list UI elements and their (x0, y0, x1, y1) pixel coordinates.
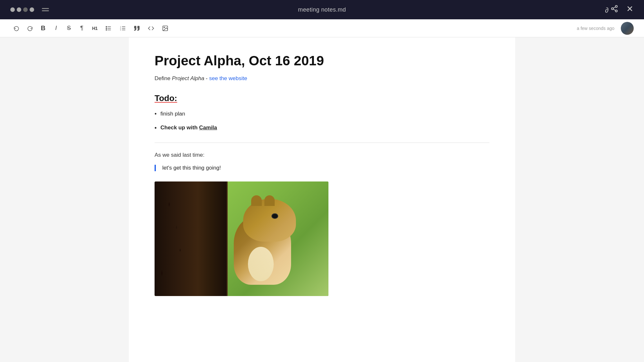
svg-line-3 (613, 9, 616, 11)
logo-dot-3 (23, 7, 28, 12)
todo-item-2-name: Camila (199, 125, 217, 131)
as-we-said-text: As we said last time: (155, 152, 489, 158)
blockquote-button[interactable] (130, 23, 143, 34)
tree-texture (155, 181, 228, 296)
squirrel-eye (272, 214, 277, 218)
svg-line-4 (613, 7, 616, 8)
ordered-list-button[interactable]: 123 (116, 23, 129, 34)
blockquote-container: let's get this thing going! (155, 165, 489, 171)
svg-point-20 (164, 27, 165, 28)
redo-button[interactable] (24, 23, 36, 34)
topbar: meeting notes.md ∂ (0, 0, 644, 19)
todo-item-2-text: Check up with Camila (160, 124, 217, 132)
logo-dot-2 (17, 7, 21, 12)
paragraph-button[interactable]: ¶ (76, 23, 88, 34)
logo-dot-1 (10, 7, 15, 12)
squirrel-ear-right (264, 195, 275, 206)
topbar-right: ∂ (605, 5, 634, 14)
subtitle-italic: Project Alpha (172, 75, 204, 81)
todo-heading: Todo: (155, 93, 489, 103)
logo-dot-4 (30, 7, 34, 12)
document-image (155, 181, 328, 296)
squirrel-head (243, 199, 296, 242)
svg-point-11 (106, 28, 107, 29)
todo-item-2: Check up with Camila (155, 124, 489, 132)
strikethrough-button[interactable]: S (63, 23, 75, 34)
image-button[interactable] (159, 23, 172, 34)
logo-icon (10, 7, 34, 12)
user-avatar[interactable] (621, 22, 634, 35)
italic-button[interactable]: I (50, 23, 62, 34)
avatar-image (621, 22, 634, 35)
squirrel-figure (224, 199, 320, 285)
squirrel-scene (155, 181, 328, 296)
subtitle-dash: - (204, 75, 209, 81)
h1-button[interactable]: H1 (89, 23, 101, 34)
menu-bar-2 (42, 10, 49, 11)
italic-icon: I (55, 25, 57, 32)
todo-item-1-text: finish plan (160, 110, 185, 118)
squirrel-belly (248, 247, 274, 281)
todo-item-2-prefix: Check up with (160, 125, 199, 131)
todo-item-1: finish plan (155, 110, 489, 118)
share-icon[interactable]: ∂ (605, 5, 618, 14)
formatting-toolbar: B I S ¶ H1 123 a few seconds ago (0, 19, 644, 37)
squirrel-ear-left (251, 195, 262, 206)
subtitle-link[interactable]: see the website (209, 75, 247, 81)
document-subtitle: Define Project Alpha - see the website (155, 75, 489, 82)
undo-button[interactable] (10, 23, 23, 34)
svg-point-12 (106, 29, 107, 30)
section-divider (155, 143, 489, 143)
document-content: Project Alpha, Oct 16 2019 Define Projec… (129, 37, 515, 362)
svg-point-10 (106, 26, 107, 27)
svg-text:3: 3 (120, 29, 121, 31)
code-button[interactable] (145, 23, 157, 34)
document-title-bar: meeting notes.md (298, 6, 346, 13)
unordered-list-button[interactable] (102, 23, 115, 34)
bold-button[interactable]: B (37, 23, 49, 34)
save-timestamp: a few seconds ago (577, 26, 614, 31)
todo-list: finish plan Check up with Camila (155, 110, 489, 132)
topbar-left (10, 7, 49, 12)
menu-icon[interactable] (42, 8, 49, 11)
subtitle-define: Define (155, 75, 172, 81)
close-icon[interactable] (626, 5, 634, 14)
document-heading: Project Alpha, Oct 16 2019 (155, 53, 489, 69)
menu-bar-1 (42, 8, 49, 9)
blockquote-text: let's get this thing going! (162, 165, 489, 171)
